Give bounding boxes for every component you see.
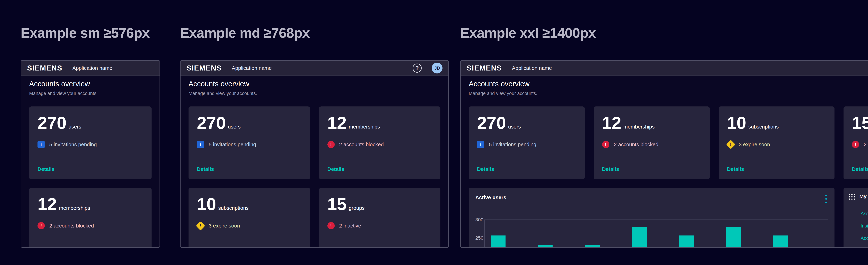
y-axis-line (484, 219, 485, 247)
status-row: i 5 invitations pending (477, 141, 576, 148)
stat: 10 subscriptions (727, 114, 826, 131)
stat: 270 users (37, 114, 143, 131)
memberships-count: 12 (37, 196, 57, 212)
users-count: 270 (37, 114, 66, 131)
error-icon: ! (328, 141, 335, 148)
error-icon: ! (328, 222, 335, 229)
page-title: Accounts overview (189, 80, 440, 88)
info-icon: i (197, 141, 204, 148)
stat-card-users: 270 users i 5 invitations pending Detail… (29, 107, 152, 179)
page-content: Accounts overview Manage and view your a… (461, 76, 868, 247)
list-item: Access key› (861, 235, 868, 241)
list-item: Insights› (861, 223, 868, 229)
example-md: Example md ≥768px SIEMENS Application na… (180, 24, 449, 248)
apps-list: Assets flow› Insights› Access key› Asset… (861, 210, 868, 247)
app-header: SIEMENS Application name ? JD (461, 61, 868, 76)
page-subtitle: Manage and view your accounts. (189, 91, 440, 96)
app-header: SIEMENS Application name ? JD (181, 61, 448, 76)
app-window-xxl: SIEMENS Application name ? JD Accounts o… (460, 60, 868, 248)
memberships-count: 12 (328, 114, 347, 131)
info-icon: i (477, 141, 484, 148)
chart-title: Active users (475, 194, 506, 201)
stat-card-users: 270 users i 5 invitations pending Detail… (469, 107, 585, 179)
details-link[interactable]: Details (197, 166, 302, 172)
stat-card-groups: 15 groups ! 2 inactive Details (843, 107, 868, 179)
stat: 15 groups (328, 196, 432, 212)
error-icon: ! (852, 141, 859, 148)
chart-bar (773, 235, 788, 247)
details-link[interactable]: Details (37, 166, 143, 172)
groups-count: 15 (852, 114, 868, 131)
status-row: ! 2 accounts blocked (37, 222, 143, 229)
example-xxl: Example xxl ≥1400px SIEMENS Application … (460, 24, 868, 248)
details-link[interactable]: Details (477, 166, 576, 172)
example-sm: Example sm ≥576px SIEMENS Application na… (21, 24, 160, 248)
stat: 270 users (477, 114, 576, 131)
page-subtitle: Manage and view your accounts. (29, 91, 152, 96)
groups-status: 2 inactive (339, 223, 361, 229)
my-apps-card: My apps Assets flow› Insights› Access ke… (843, 188, 868, 247)
siemens-logo: SIEMENS (186, 64, 222, 72)
groups-count: 15 (328, 196, 347, 212)
apps-grid-icon (849, 193, 855, 200)
status-row: i 5 invitations pending (37, 141, 143, 148)
app-link-access-key[interactable]: Access key› (861, 235, 868, 241)
details-link[interactable]: Details (602, 166, 701, 172)
app-name: Application name (232, 65, 272, 71)
users-label: users (508, 124, 521, 131)
y-axis-tick-label: 250 (475, 235, 483, 241)
memberships-status: 2 accounts blocked (339, 142, 384, 147)
app-header: SIEMENS Application name (21, 61, 159, 76)
stat-card-subscriptions: 10 subscriptions ! 3 expire soon Details (719, 107, 835, 179)
page-subtitle: Manage and view your accounts. (469, 91, 868, 96)
error-icon: ! (602, 141, 609, 148)
details-link[interactable]: Details (852, 166, 868, 172)
memberships-status: 2 accounts blocked (614, 142, 658, 147)
stat-card-subscriptions: 10 subscriptions ! 3 expire soon Details (189, 188, 310, 247)
help-icon[interactable]: ? (413, 64, 422, 72)
active-users-chart-card: Active users 300250 (469, 188, 835, 247)
stat: 12 memberships (328, 114, 432, 131)
avatar[interactable]: JD (432, 63, 442, 73)
users-label: users (69, 124, 81, 131)
app-window-sm: SIEMENS Application name Accounts overvi… (21, 60, 160, 248)
y-axis-tick-label: 300 (475, 217, 483, 223)
page-title: Accounts overview (29, 80, 152, 88)
siemens-logo: SIEMENS (27, 64, 62, 72)
stat: 15 groups (852, 114, 868, 131)
subscriptions-label: subscriptions (748, 124, 779, 131)
details-link[interactable]: Details (727, 166, 826, 172)
app-link-assets-flow[interactable]: Assets flow› (861, 211, 868, 216)
users-count: 270 (477, 114, 506, 131)
stat: 270 users (197, 114, 302, 131)
stat-card-memberships: 12 memberships ! 2 accounts blocked Deta… (29, 188, 152, 247)
subscriptions-label: subscriptions (218, 205, 249, 212)
memberships-count: 12 (602, 114, 621, 131)
app-name: Application name (72, 65, 112, 71)
siemens-logo: SIEMENS (467, 64, 502, 72)
chart-bar (491, 235, 505, 247)
kebab-menu-icon[interactable] (824, 194, 828, 204)
details-link[interactable]: Details (328, 166, 432, 172)
memberships-label: memberships (59, 205, 90, 212)
stat-card-users: 270 users i 5 invitations pending Detail… (189, 107, 310, 179)
groups-label: groups (349, 205, 365, 212)
memberships-status: 2 accounts blocked (49, 223, 94, 229)
memberships-label: memberships (623, 124, 655, 131)
stat: 12 memberships (602, 114, 701, 131)
chart-bar (632, 227, 647, 247)
users-status: 5 invitations pending (49, 142, 97, 147)
app-link-insights[interactable]: Insights› (861, 223, 868, 229)
status-row: ! 2 accounts blocked (602, 141, 701, 148)
example-xxl-title: Example xxl ≥1400px (460, 24, 868, 42)
chart-plot: 300250 (475, 206, 828, 247)
stat: 12 memberships (37, 196, 143, 212)
my-apps-header: My apps (849, 193, 868, 203)
card-grid: 270 users i 5 invitations pending Detail… (189, 107, 440, 247)
list-item: Assets flow› (861, 210, 868, 216)
subscriptions-status: 3 expire soon (209, 223, 240, 229)
page-title: Accounts overview (469, 80, 868, 88)
warning-icon: ! (726, 140, 735, 149)
card-grid: 270 users i 5 invitations pending Detail… (469, 107, 868, 247)
subscriptions-count: 10 (727, 114, 746, 131)
